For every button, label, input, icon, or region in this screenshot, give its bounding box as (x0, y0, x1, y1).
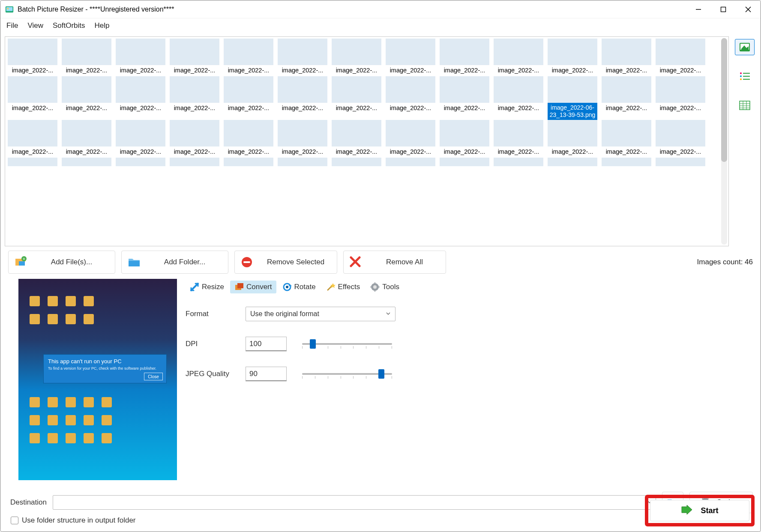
thumbnail-item[interactable]: image_2022-... (385, 120, 436, 158)
thumbnail-item[interactable]: image_2022-... (601, 120, 652, 158)
format-label: Format (186, 310, 246, 318)
thumbnail-item[interactable]: image_2022-... (385, 76, 436, 120)
menu-softorbits[interactable]: SoftOrbits (53, 21, 85, 30)
tab-rotate[interactable]: Rotate (278, 281, 320, 293)
thumbnail-item[interactable] (223, 158, 274, 166)
thumbnail-item[interactable]: image_2022-... (169, 76, 220, 120)
thumbnail-caption: image_2022-... (8, 103, 57, 114)
thumbnail-item[interactable]: image_2022-... (331, 39, 382, 76)
minimize-button[interactable] (686, 0, 711, 18)
thumbnail-item[interactable]: image_2022-... (115, 76, 166, 120)
thumbnail-item[interactable]: image_2022-... (7, 39, 58, 76)
remove-all-icon (350, 256, 363, 268)
format-select[interactable]: Use the original format (246, 307, 395, 321)
thumbnail-item[interactable] (277, 158, 328, 166)
thumbnail-item[interactable] (7, 158, 58, 166)
thumbnail-item[interactable]: image_2022-... (439, 76, 490, 120)
thumbnail-caption: image_2022-... (116, 103, 165, 114)
thumbnail-item[interactable] (385, 158, 436, 166)
thumbnail-item[interactable]: image_2022-... (439, 120, 490, 158)
thumbnail-item[interactable]: image_2022-... (169, 39, 220, 76)
add-files-button[interactable]: + Add File(s)... (8, 251, 115, 274)
jpeg-quality-slider[interactable] (302, 368, 392, 380)
thumbnail-item[interactable]: image_2022-... (655, 76, 706, 120)
thumbnail-item[interactable]: image_2022-... (277, 76, 328, 120)
thumbnail-item[interactable]: image_2022-... (493, 120, 544, 158)
thumbnail-item[interactable]: image_2022-... (277, 120, 328, 158)
thumbnail-image (8, 39, 57, 65)
thumbnail-item[interactable]: image_2022-06-23_13-39-53.png (547, 76, 598, 120)
thumbnail-item[interactable]: image_2022-... (61, 120, 112, 158)
tools-icon (370, 282, 380, 292)
thumbnail-caption: image_2022-... (386, 65, 435, 76)
thumbnail-item[interactable]: image_2022-... (223, 120, 274, 158)
thumbnail-image (602, 39, 651, 65)
thumbnail-item[interactable]: image_2022-... (331, 76, 382, 120)
thumbnail-image (170, 76, 219, 103)
thumbnail-item[interactable]: image_2022-... (439, 39, 490, 76)
thumbnail-item[interactable]: image_2022-... (115, 120, 166, 158)
start-button[interactable]: Start (650, 500, 749, 521)
close-button[interactable] (736, 0, 761, 18)
tab-convert[interactable]: Convert (230, 281, 276, 293)
remove-all-label: Remove All (369, 258, 440, 266)
thumbnail-item[interactable]: image_2022-... (601, 39, 652, 76)
thumbnail-item[interactable]: image_2022-... (7, 76, 58, 120)
thumbnail-item[interactable] (439, 158, 490, 166)
thumbnail-item[interactable]: image_2022-... (223, 76, 274, 120)
tab-effects[interactable]: Effects (322, 281, 365, 293)
thumbnail-item[interactable]: image_2022-... (61, 76, 112, 120)
thumbnail-item[interactable]: image_2022-... (169, 120, 220, 158)
app-window: Batch Picture Resizer - ****Unregistered… (0, 0, 761, 532)
maximize-button[interactable] (711, 0, 736, 18)
add-folder-button[interactable]: Add Folder... (121, 251, 228, 274)
thumbnail-item[interactable]: image_2022-... (493, 39, 544, 76)
view-thumbnails-button[interactable] (735, 39, 755, 55)
thumbnail-item[interactable] (655, 158, 706, 166)
view-details-button[interactable] (735, 97, 755, 114)
thumbnail-item[interactable] (115, 158, 166, 166)
tab-tools[interactable]: Tools (366, 281, 404, 293)
svg-point-2 (7, 8, 9, 9)
thumbnail-item[interactable]: image_2022-... (655, 120, 706, 158)
destination-combobox[interactable] (53, 495, 656, 510)
remove-all-button[interactable]: Remove All (343, 251, 446, 274)
remove-selected-button[interactable]: Remove Selected (234, 251, 337, 274)
thumbnail-item[interactable]: image_2022-... (655, 39, 706, 76)
thumbnail-item[interactable]: image_2022-... (601, 76, 652, 120)
thumbnail-image (494, 76, 543, 103)
thumbnail-item[interactable] (169, 158, 220, 166)
thumbnail-item[interactable] (601, 158, 652, 166)
menu-help[interactable]: Help (95, 21, 110, 30)
thumbnail-item[interactable]: image_2022-... (277, 39, 328, 76)
thumbnail-item[interactable]: image_2022-... (61, 39, 112, 76)
gallery-scrollbar[interactable] (721, 38, 727, 245)
thumbnail-image (8, 120, 57, 146)
thumbnail-item[interactable]: image_2022-... (385, 39, 436, 76)
menu-view[interactable]: View (27, 21, 43, 30)
thumbnail-image (494, 158, 543, 166)
thumbnail-item[interactable]: image_2022-... (115, 39, 166, 76)
svg-point-37 (373, 285, 377, 289)
tab-resize[interactable]: Resize (186, 281, 228, 293)
thumbnail-item[interactable] (61, 158, 112, 166)
dpi-input[interactable]: 100 (246, 337, 287, 351)
thumbnail-item[interactable] (493, 158, 544, 166)
dpi-slider[interactable] (302, 338, 392, 350)
thumbnail-item[interactable] (547, 158, 598, 166)
folder-structure-checkbox[interactable] (11, 517, 18, 524)
thumbnail-item[interactable]: image_2022-... (223, 39, 274, 76)
menu-file[interactable]: File (6, 21, 18, 30)
thumbnail-item[interactable]: image_2022-... (493, 76, 544, 120)
svg-rect-38 (375, 282, 375, 284)
thumbnail-item[interactable]: image_2022-... (547, 120, 598, 158)
titlebar: Batch Picture Resizer - ****Unregistered… (0, 0, 761, 18)
thumbnail-caption: image_2022-... (602, 146, 651, 158)
thumbnail-gallery[interactable]: image_2022-...image_2022-...image_2022-.… (5, 36, 729, 246)
thumbnail-item[interactable]: image_2022-... (331, 120, 382, 158)
thumbnail-item[interactable]: image_2022-... (7, 120, 58, 158)
thumbnail-item[interactable]: image_2022-... (547, 39, 598, 76)
jpeg-quality-input[interactable]: 90 (246, 367, 287, 381)
view-list-button[interactable] (735, 68, 755, 84)
thumbnail-item[interactable] (331, 158, 382, 166)
